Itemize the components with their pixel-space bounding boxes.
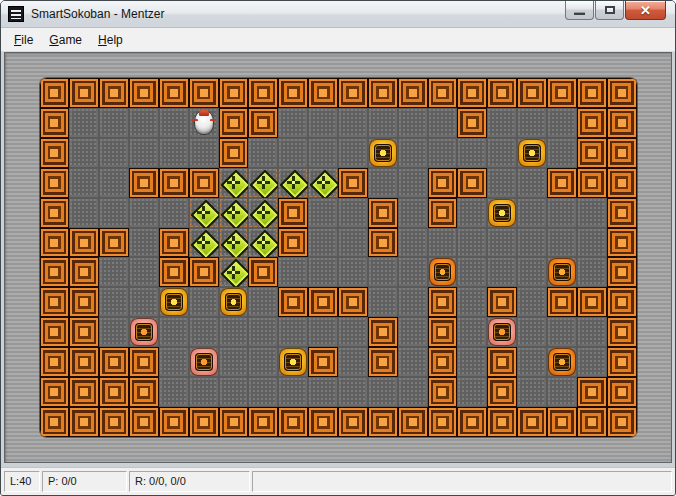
box-yellow[interactable]: [278, 347, 308, 377]
floor-tile[interactable]: [308, 257, 338, 287]
box-pink[interactable]: [129, 317, 159, 347]
floor-tile[interactable]: [487, 228, 517, 258]
box-yellow[interactable]: [219, 287, 249, 317]
floor-tile[interactable]: [338, 347, 368, 377]
minimize-button[interactable]: [565, 1, 594, 20]
floor-tile[interactable]: [577, 198, 607, 228]
floor-tile[interactable]: [517, 287, 547, 317]
floor-tile[interactable]: [547, 317, 577, 347]
floor-tile[interactable]: [159, 317, 189, 347]
floor-tile[interactable]: [248, 138, 278, 168]
floor-tile[interactable]: [308, 138, 338, 168]
floor-tile[interactable]: [577, 317, 607, 347]
floor-tile[interactable]: [457, 287, 487, 317]
menu-file[interactable]: File: [6, 28, 41, 51]
floor-tile[interactable]: [248, 347, 278, 377]
floor-tile[interactable]: [159, 108, 189, 138]
floor-tile[interactable]: [487, 108, 517, 138]
goal-tile[interactable]: [248, 168, 278, 198]
floor-tile[interactable]: [457, 347, 487, 377]
floor-tile[interactable]: [487, 138, 517, 168]
floor-tile[interactable]: [338, 257, 368, 287]
floor-tile[interactable]: [517, 257, 547, 287]
floor-tile[interactable]: [219, 347, 249, 377]
box-yellow[interactable]: [368, 138, 398, 168]
floor-tile[interactable]: [219, 317, 249, 347]
floor-tile[interactable]: [338, 138, 368, 168]
floor-tile[interactable]: [69, 108, 99, 138]
floor-tile[interactable]: [517, 108, 547, 138]
floor-tile[interactable]: [577, 257, 607, 287]
floor-tile[interactable]: [278, 138, 308, 168]
floor-tile[interactable]: [457, 257, 487, 287]
floor-tile[interactable]: [338, 108, 368, 138]
floor-tile[interactable]: [368, 168, 398, 198]
floor-tile[interactable]: [129, 108, 159, 138]
floor-tile[interactable]: [577, 347, 607, 377]
floor-tile[interactable]: [368, 377, 398, 407]
goal-tile[interactable]: [248, 198, 278, 228]
floor-tile[interactable]: [189, 138, 219, 168]
floor-tile[interactable]: [129, 257, 159, 287]
floor-tile[interactable]: [457, 317, 487, 347]
box-pink[interactable]: [487, 317, 517, 347]
floor-tile[interactable]: [398, 108, 428, 138]
floor-tile[interactable]: [368, 108, 398, 138]
floor-tile[interactable]: [308, 377, 338, 407]
floor-tile[interactable]: [99, 257, 129, 287]
box-yellow[interactable]: [487, 198, 517, 228]
floor-tile[interactable]: [547, 377, 577, 407]
floor-tile[interactable]: [189, 317, 219, 347]
floor-tile[interactable]: [248, 287, 278, 317]
box-pink[interactable]: [189, 347, 219, 377]
floor-tile[interactable]: [398, 138, 428, 168]
floor-tile[interactable]: [547, 108, 577, 138]
floor-tile[interactable]: [428, 138, 458, 168]
floor-tile[interactable]: [308, 198, 338, 228]
floor-tile[interactable]: [457, 228, 487, 258]
floor-tile[interactable]: [398, 347, 428, 377]
floor-tile[interactable]: [487, 257, 517, 287]
floor-tile[interactable]: [457, 138, 487, 168]
floor-tile[interactable]: [398, 317, 428, 347]
floor-tile[interactable]: [99, 138, 129, 168]
floor-tile[interactable]: [428, 228, 458, 258]
goal-tile[interactable]: [278, 168, 308, 198]
floor-tile[interactable]: [129, 228, 159, 258]
floor-tile[interactable]: [278, 317, 308, 347]
floor-tile[interactable]: [219, 377, 249, 407]
goal-tile[interactable]: [189, 228, 219, 258]
floor-tile[interactable]: [398, 287, 428, 317]
floor-tile[interactable]: [338, 377, 368, 407]
floor-tile[interactable]: [547, 138, 577, 168]
floor-tile[interactable]: [129, 287, 159, 317]
floor-tile[interactable]: [159, 138, 189, 168]
floor-tile[interactable]: [338, 228, 368, 258]
floor-tile[interactable]: [398, 377, 428, 407]
floor-tile[interactable]: [99, 168, 129, 198]
floor-tile[interactable]: [278, 377, 308, 407]
floor-tile[interactable]: [248, 317, 278, 347]
floor-tile[interactable]: [99, 108, 129, 138]
floor-tile[interactable]: [398, 257, 428, 287]
floor-tile[interactable]: [338, 317, 368, 347]
floor-tile[interactable]: [159, 198, 189, 228]
floor-tile[interactable]: [428, 108, 458, 138]
box-yellow[interactable]: [159, 287, 189, 317]
floor-tile[interactable]: [159, 377, 189, 407]
menu-help[interactable]: Help: [90, 28, 131, 51]
floor-tile[interactable]: [308, 317, 338, 347]
floor-tile[interactable]: [457, 377, 487, 407]
floor-tile[interactable]: [69, 168, 99, 198]
titlebar[interactable]: SmartSokoban - Mentzer ✕: [1, 1, 675, 28]
floor-tile[interactable]: [308, 108, 338, 138]
goal-tile[interactable]: [248, 228, 278, 258]
floor-tile[interactable]: [368, 257, 398, 287]
floor-tile[interactable]: [159, 347, 189, 377]
floor-tile[interactable]: [308, 228, 338, 258]
box-orange[interactable]: [547, 257, 577, 287]
floor-tile[interactable]: [129, 138, 159, 168]
floor-tile[interactable]: [338, 198, 368, 228]
goal-tile[interactable]: [308, 168, 338, 198]
close-button[interactable]: ✕: [625, 1, 666, 20]
